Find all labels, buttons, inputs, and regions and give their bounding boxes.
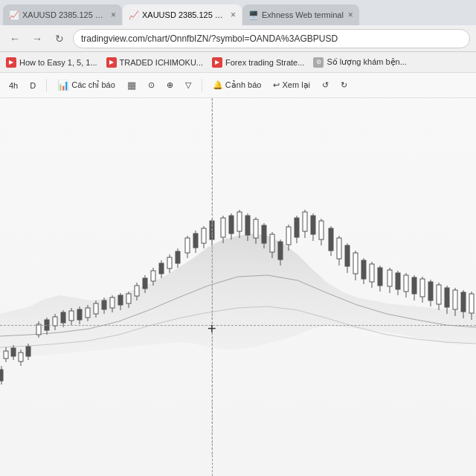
replay-label: Xem lại — [282, 80, 310, 90]
back-button[interactable]: ← — [6, 30, 24, 48]
svg-rect-116 — [469, 294, 474, 313]
replay-forward-button[interactable]: ⊕ — [164, 79, 176, 91]
bookmark-3[interactable]: ▶ Forex trading Strate... — [212, 57, 304, 68]
svg-rect-92 — [370, 264, 374, 282]
candlestick-chart — [0, 98, 476, 455]
crosshair-cursor-icon: + — [208, 321, 216, 338]
svg-rect-60 — [237, 212, 242, 231]
redo-button[interactable]: ↻ — [338, 79, 350, 91]
svg-rect-78 — [311, 216, 315, 234]
svg-rect-56 — [221, 218, 225, 237]
tab-3[interactable]: 🖥️ Exhness Web terminal × — [242, 4, 359, 25]
timeframe-label: 4h — [9, 81, 18, 90]
svg-rect-4 — [11, 348, 16, 356]
tab-2-title: XAUUSD 2385.125 ▼ −0.04% TR... — [142, 10, 226, 19]
svg-rect-110 — [445, 288, 449, 307]
svg-rect-44 — [167, 257, 172, 268]
svg-rect-16 — [53, 317, 57, 326]
svg-rect-100 — [404, 275, 408, 292]
chart-area[interactable]: + — [0, 98, 476, 476]
tab-3-favicon: 🖥️ — [248, 10, 259, 20]
undo-button[interactable]: ↺ — [319, 79, 332, 91]
svg-rect-76 — [303, 212, 307, 231]
svg-rect-106 — [428, 282, 433, 300]
svg-rect-66 — [262, 225, 266, 243]
svg-rect-64 — [254, 219, 258, 238]
bookmark-1-icon: ▶ — [6, 57, 16, 68]
replay-button[interactable]: ↩ Xem lại — [270, 79, 313, 91]
svg-rect-8 — [26, 347, 30, 356]
bookmark-4-label: Số lượng khám bện... — [327, 57, 407, 67]
browser-window: 📈 XAUUSD 2385.125 ▼ −0.04% TR... × 📈 XAU… — [0, 0, 476, 476]
svg-rect-80 — [319, 221, 324, 239]
svg-rect-58 — [229, 216, 234, 234]
bookmark-2-icon: ▶ — [106, 57, 117, 68]
svg-rect-40 — [151, 271, 155, 281]
period-label: D — [30, 81, 36, 90]
replay-icon: ↩ — [273, 80, 280, 90]
tv-toolbar: 4h D 📊 Các chỉ báo ▦ ⊙ ⊕ ▽ 🔔 Cảnh báo ↩ … — [0, 73, 476, 98]
address-bar: ← → ↻ — [0, 25, 476, 52]
svg-rect-34 — [126, 294, 131, 303]
svg-rect-108 — [437, 285, 441, 304]
tab-2-close[interactable]: × — [231, 10, 236, 20]
tab-1-close[interactable]: × — [111, 10, 116, 20]
timeframe-button[interactable]: 4h — [6, 80, 21, 91]
svg-rect-24 — [86, 308, 90, 318]
svg-rect-18 — [61, 312, 65, 323]
bookmark-2[interactable]: ▶ TRADED ICHIMOKU... — [106, 57, 203, 68]
svg-rect-14 — [45, 320, 49, 330]
tab-1[interactable]: 📈 XAUUSD 2385.125 ▼ −0.04% TR... × — [3, 4, 122, 25]
svg-rect-20 — [69, 311, 74, 321]
indicators-button[interactable]: 📊 Các chỉ báo — [54, 78, 118, 92]
toolbar-separator-2 — [202, 79, 202, 92]
svg-rect-6 — [19, 353, 23, 361]
tab-2-favicon: 📈 — [129, 10, 139, 20]
svg-rect-112 — [453, 290, 457, 309]
bookmark-4[interactable]: ⚙ Số lượng khám bện... — [313, 57, 407, 68]
svg-rect-70 — [278, 242, 283, 260]
bookmark-3-label: Forex trading Strate... — [225, 58, 304, 67]
svg-rect-42 — [159, 263, 164, 274]
tab-1-favicon: 📈 — [9, 10, 19, 20]
url-input[interactable] — [73, 29, 470, 48]
svg-rect-82 — [329, 228, 333, 251]
replay-forward-icon: ⊕ — [167, 80, 173, 90]
svg-rect-32 — [118, 295, 123, 305]
svg-rect-104 — [420, 279, 425, 297]
toolbar-separator-1 — [46, 79, 47, 92]
bookmark-1[interactable]: ▶ How to Easy 1, 5, 1... — [6, 57, 97, 68]
reload-button[interactable]: ↻ — [51, 30, 68, 48]
tab-1-title: XAUUSD 2385.125 ▼ −0.04% TR... — [22, 10, 106, 19]
layout-button[interactable]: ▦ — [124, 78, 139, 92]
indicators-icon: 📊 — [57, 80, 69, 91]
svg-rect-84 — [337, 238, 341, 259]
bookmark-2-label: TRADED ICHIMOKU... — [120, 58, 203, 67]
tab-3-close[interactable]: × — [348, 10, 353, 20]
svg-rect-38 — [143, 278, 147, 289]
svg-rect-12 — [36, 324, 41, 335]
indicators-label: Các chỉ báo — [71, 80, 115, 90]
svg-rect-36 — [135, 286, 139, 296]
replay-stop-icon: ▽ — [185, 80, 191, 90]
alert-button[interactable]: 🔔 Cảnh báo — [210, 79, 265, 91]
svg-rect-26 — [94, 303, 98, 314]
svg-rect-68 — [270, 234, 274, 252]
svg-rect-62 — [245, 216, 250, 235]
tab-bar: 📈 XAUUSD 2385.125 ▼ −0.04% TR... × 📈 XAU… — [0, 0, 476, 25]
svg-rect-10 — [0, 370, 3, 381]
svg-rect-2 — [4, 351, 8, 358]
svg-rect-114 — [461, 292, 466, 312]
bookmark-4-icon: ⚙ — [313, 57, 324, 68]
replay-back-button[interactable]: ⊙ — [145, 79, 158, 91]
period-button[interactable]: D — [27, 80, 39, 91]
forward-button[interactable]: → — [28, 30, 46, 48]
replay-stop-button[interactable]: ▽ — [182, 79, 194, 91]
svg-rect-102 — [412, 277, 416, 294]
svg-rect-46 — [176, 251, 180, 263]
svg-rect-48 — [185, 238, 190, 253]
tab-2[interactable]: 📈 XAUUSD 2385.125 ▼ −0.04% TR... × — [123, 4, 242, 25]
bookmark-3-icon: ▶ — [212, 57, 222, 68]
svg-rect-30 — [110, 298, 115, 308]
svg-rect-86 — [345, 245, 350, 266]
